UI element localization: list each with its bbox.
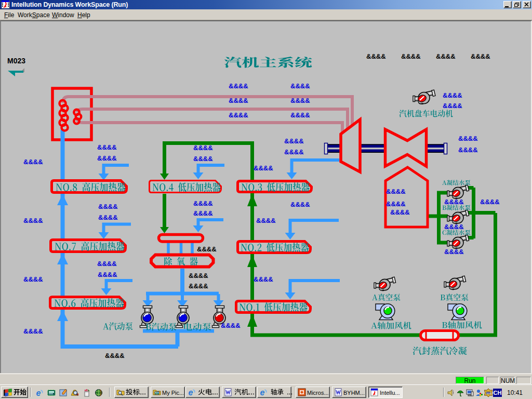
svg-text:e: e [189, 388, 193, 396]
svg-text:e: e [36, 389, 41, 397]
svg-text:e: e [260, 388, 265, 396]
svg-text:MAIL: MAIL [487, 392, 493, 395]
